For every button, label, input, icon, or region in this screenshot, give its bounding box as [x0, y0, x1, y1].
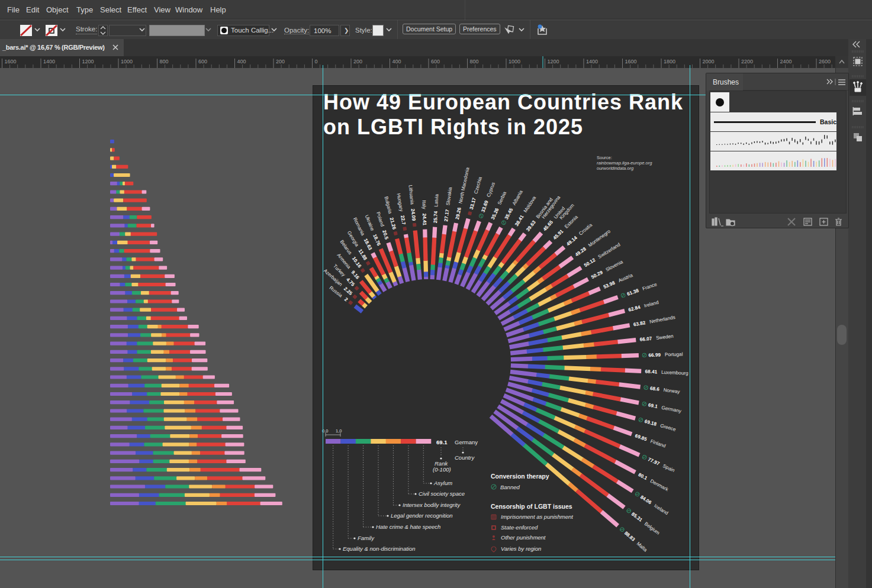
svg-text:2000: 2000 — [703, 59, 715, 64]
svg-text:1800: 1800 — [664, 59, 675, 64]
svg-text:(0-100): (0-100) — [433, 466, 451, 473]
svg-text:800: 800 — [470, 59, 479, 64]
svg-text:200: 200 — [276, 59, 285, 64]
svg-text:Civil society space: Civil society space — [419, 490, 465, 497]
svg-text:1400: 1400 — [586, 59, 598, 64]
svg-text:Asylum: Asylum — [433, 480, 452, 486]
svg-text:1000: 1000 — [121, 59, 133, 64]
svg-text:Conversion therapy: Conversion therapy — [491, 473, 549, 480]
svg-text:Censorship of LGBT issues: Censorship of LGBT issues — [491, 503, 572, 510]
svg-text:200: 200 — [353, 59, 362, 64]
svg-text:69.1: 69.1 — [436, 439, 448, 445]
svg-text:Germany: Germany — [455, 439, 478, 445]
svg-text:Country: Country — [455, 454, 475, 461]
svg-text:800: 800 — [160, 59, 169, 64]
svg-text:1000: 1000 — [509, 59, 520, 64]
svg-text:1600: 1600 — [625, 59, 637, 64]
svg-text:600: 600 — [198, 59, 207, 64]
svg-text:Hate crime & hate speech: Hate crime & hate speech — [376, 524, 440, 530]
svg-text:600: 600 — [431, 59, 440, 64]
svg-text:2200: 2200 — [741, 59, 753, 64]
svg-text:Legal gender recognition: Legal gender recognition — [391, 512, 453, 519]
svg-text:Other punishment: Other punishment — [501, 534, 546, 541]
svg-text:400: 400 — [392, 59, 401, 64]
svg-text:Varies by region: Varies by region — [501, 545, 541, 552]
svg-text:Equality & non-discrimination: Equality & non-discrimination — [343, 545, 416, 552]
svg-text:1,0: 1,0 — [336, 428, 342, 434]
svg-text:400: 400 — [237, 59, 246, 64]
svg-text:1200: 1200 — [82, 59, 94, 64]
svg-text:0: 0 — [315, 59, 318, 64]
svg-text:2400: 2400 — [780, 59, 792, 64]
svg-text:1200: 1200 — [548, 59, 559, 64]
svg-text:Intersex bodily integrity: Intersex bodily integrity — [403, 502, 461, 508]
svg-text:Banned: Banned — [500, 484, 520, 490]
svg-text:1400: 1400 — [43, 59, 55, 64]
svg-text:Imprisonment as punishment: Imprisonment as punishment — [501, 513, 573, 520]
svg-text:1600: 1600 — [5, 59, 17, 64]
svg-text:2600: 2600 — [819, 59, 831, 64]
svg-text:State-enforced: State-enforced — [501, 524, 538, 531]
svg-text:Family: Family — [358, 535, 375, 541]
